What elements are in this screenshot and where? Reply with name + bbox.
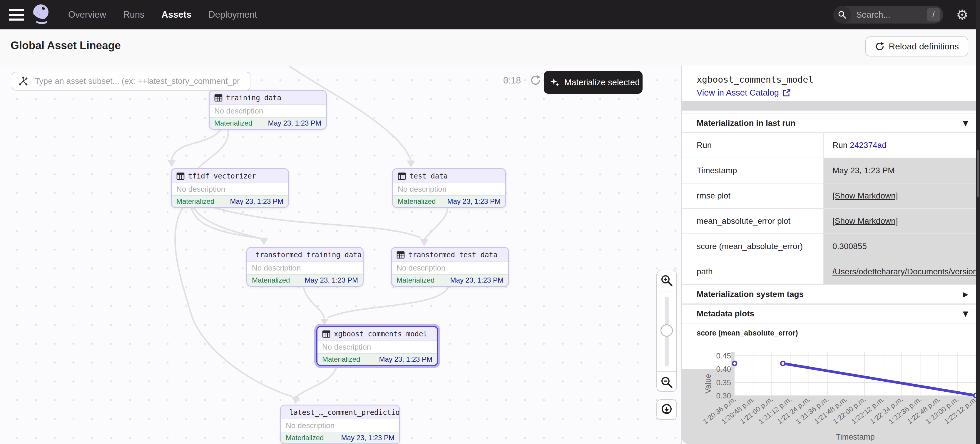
asset-node-timestamp: May 23, 1:23 PM — [379, 355, 433, 363]
view-in-asset-catalog-link[interactable]: View in Asset Catalog — [697, 88, 791, 98]
horizontal-scrollbar[interactable] — [682, 101, 977, 111]
external-link-icon — [783, 89, 791, 97]
asset-node-timestamp: May 23, 1:23 PM — [230, 197, 283, 205]
vertical-scrollbar-thumb[interactable] — [977, 150, 979, 197]
chevron-icon: ▼ — [963, 310, 968, 318]
asset-node-timestamp: May 23, 1:23 PM — [341, 434, 395, 442]
asset-node-footer: Materialized May 23, 1:23 PM — [317, 353, 437, 365]
section-label: Metadata plots — [697, 309, 754, 318]
asset-node-timestamp: May 23, 1:23 PM — [447, 197, 501, 205]
search-shortcut-badge: / — [927, 8, 940, 21]
asset-node-header: xgboost_comments_model — [317, 327, 437, 341]
zoom-out-button[interactable] — [657, 372, 676, 393]
reload-definitions-label: Reload definitions — [889, 41, 959, 51]
asset-node-test-data[interactable]: test_data No description Materialized Ma… — [392, 168, 506, 208]
asset-node-name: training_data — [226, 94, 281, 102]
refresh-icon[interactable] — [530, 75, 541, 86]
search-placeholder: Search... — [856, 10, 927, 20]
svg-text:0.45: 0.45 — [716, 352, 731, 360]
section-materialization-in-last-run[interactable]: Materialization in last run ▼ — [682, 113, 977, 133]
metadata-key: path — [682, 259, 824, 284]
asset-node-tfidf-vectorizer[interactable]: tfidf_vectorizer No description Material… — [171, 168, 289, 208]
asset-filter — [12, 72, 250, 91]
page-title: Global Asset Lineage — [11, 40, 121, 52]
plot-title: score (mean_absolute_error) — [697, 329, 798, 337]
asset-node-xgboost-comments-model[interactable]: xgboost_comments_model No description Ma… — [316, 326, 438, 366]
asset-node-header: latest_…_comment_predictions — [281, 406, 399, 419]
run-id-link[interactable]: 242374ad — [850, 140, 886, 150]
table-icon — [398, 172, 406, 180]
view-in-asset-catalog-label: View in Asset Catalog — [697, 88, 779, 98]
panel-asset-title: xgboost_comments_model — [697, 75, 813, 85]
metadata-value: May 23, 1:23 PM — [824, 158, 977, 183]
nav-item-assets[interactable]: Assets — [162, 10, 192, 20]
asset-lineage-graph[interactable]: 0:18 Materialize selected ▾ — [0, 65, 681, 444]
materialize-selected-button[interactable]: Materialize selected ▾ — [544, 71, 643, 94]
asset-node-training-data[interactable]: training_data No description Materialize… — [209, 90, 327, 130]
asset-node-header: training_data — [210, 91, 326, 105]
table-icon — [322, 330, 330, 338]
asset-node-description: No description — [210, 105, 326, 117]
asset-node-footer: Materialized May 23, 1:23 PM — [281, 432, 399, 443]
metadata-row-Run: Run Run 242374ad — [682, 133, 977, 158]
reload-definitions-button[interactable]: Reload definitions — [865, 37, 969, 56]
nav-item-runs[interactable]: Runs — [123, 10, 144, 20]
asset-node-name: tfidf_vectorizer — [188, 172, 256, 180]
asset-node-footer: Materialized May 23, 1:23 PM — [210, 117, 326, 129]
vertical-scrollbar[interactable] — [976, 0, 980, 444]
op-selector-icon — [18, 76, 28, 86]
materialize-dropdown-caret[interactable]: ▾ — [646, 78, 649, 87]
asset-node-footer: Materialized May 23, 1:23 PM — [247, 274, 363, 286]
zoom-in-button[interactable] — [657, 270, 676, 291]
asset-node-timestamp: May 23, 1:23 PM — [450, 276, 504, 284]
metadata-value[interactable]: /Users/odetteharary/Documents/versions — [824, 259, 977, 284]
asset-node-latest-comment-predictions[interactable]: latest_…_comment_predictions No descript… — [280, 404, 400, 444]
metadata-row-mean-absolute-error-plot: mean_absolute_error plot [Show Markdown] — [682, 209, 977, 234]
run-prefix: Run — [832, 140, 850, 150]
score-line-chart: 0.450.400.350.301:20:36 p.m.1:20:48 p.m.… — [682, 342, 977, 444]
asset-node-description: No description — [317, 341, 437, 353]
download-icon — [660, 403, 673, 416]
section-materialization-system-tags[interactable]: Materialization system tags ▶ — [682, 285, 977, 304]
asset-node-status: Materialized — [252, 276, 290, 284]
download-graph-button[interactable] — [656, 399, 677, 420]
asset-node-timestamp: May 23, 1:23 PM — [305, 276, 358, 284]
section-metadata-plots[interactable]: Metadata plots ▼ — [682, 304, 977, 323]
nav-item-overview[interactable]: Overview — [68, 10, 106, 20]
chevron-icon: ▼ — [963, 119, 968, 127]
metadata-value: 0.300855 — [824, 234, 977, 259]
asset-node-name: test_data — [409, 172, 448, 180]
asset-node-description: No description — [393, 183, 505, 195]
nav-item-deployment[interactable]: Deployment — [208, 10, 257, 20]
search-input[interactable]: Search... / — [833, 6, 943, 24]
asset-node-description: No description — [172, 183, 288, 195]
asset-node-transformed-test-data[interactable]: transformed_test_data No description Mat… — [391, 247, 509, 287]
sparkle-icon — [550, 77, 560, 88]
metadata-value[interactable]: [Show Markdown] — [824, 209, 977, 234]
metadata-value[interactable]: [Show Markdown] — [824, 183, 977, 208]
metadata-table: Run Run 242374ad Timestamp May 23, 1:23 … — [682, 133, 977, 285]
metadata-key: score (mean_absolute_error) — [682, 234, 824, 259]
asset-node-status: Materialized — [214, 119, 252, 127]
svg-text:0.40: 0.40 — [716, 364, 731, 374]
settings-gear-icon[interactable]: ⚙ — [956, 8, 968, 21]
metadata-row-rmse-plot: rmse plot [Show Markdown] — [682, 183, 977, 209]
asset-node-header: transformed_training_data — [247, 248, 363, 262]
dagster-app: Overview Runs Assets Deployment Search..… — [0, 0, 980, 444]
zoom-slider[interactable] — [657, 291, 676, 372]
asset-node-description: No description — [281, 419, 399, 432]
asset-node-status: Materialized — [177, 197, 214, 205]
zoom-slider-thumb[interactable] — [660, 324, 673, 337]
asset-node-transformed-training-data[interactable]: transformed_training_data No description… — [246, 247, 364, 287]
metadata-value: Run 242374ad — [824, 133, 977, 158]
asset-node-status: Materialized — [286, 434, 324, 442]
hamburger-menu-icon[interactable] — [9, 6, 24, 23]
table-icon — [214, 94, 223, 102]
metadata-row-path: path /Users/odetteharary/Documents/versi… — [682, 259, 977, 285]
section-label: Materialization in last run — [697, 118, 795, 128]
asset-node-status: Materialized — [396, 276, 434, 284]
asset-subset-input[interactable] — [12, 72, 250, 91]
asset-details-panel: xgboost_comments_model View in Asset Cat… — [681, 65, 976, 444]
metadata-key: rmse plot — [682, 183, 824, 208]
asset-node-description: No description — [247, 262, 363, 274]
